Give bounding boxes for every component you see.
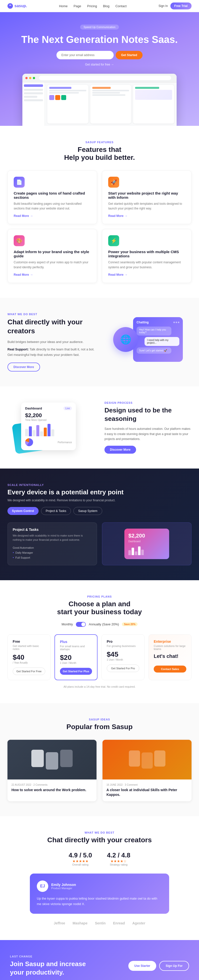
cta-btn1[interactable]: Use Starter [128, 961, 156, 971]
enterprise-btn3[interactable]: Sasup System [73, 507, 102, 515]
pricing-tag: Pricing Plans [8, 595, 191, 598]
enterprise-list-item-0: Good Automation [13, 545, 92, 550]
rating-block-1: 4.9 / 5.0 ★★★★★ Overall rating [69, 851, 92, 866]
blog-comments-1: 3 Comment [125, 783, 138, 786]
features-section: Sasup Features Features that Help you bu… [0, 126, 199, 298]
blog-grid: 22 AUGUST 2022 · 2 Comments How to solve… [8, 740, 191, 801]
feature-title-3: Power your business with multiple CMS in… [108, 250, 185, 258]
toggle-switch[interactable] [76, 622, 86, 627]
pricing-period-plus: 1 User / Month [60, 662, 92, 664]
feature-card-2: 🎨 Adapt Inform to your brand using the s… [8, 229, 97, 283]
feature-link-0[interactable]: Read More [14, 214, 29, 218]
blog-section: Sasup Ideas Popular from Sasup 22 AUGUST… [0, 703, 199, 816]
enterprise-card-desc: We designed with scalability in mind to … [13, 533, 92, 542]
blog-meta-0: 22 AUGUST 2022 · 2 Comments [11, 783, 93, 786]
feature-link-arrow-0: → [30, 214, 33, 218]
pricing-desc-plus: For small teams and startups [60, 645, 92, 651]
pricing-btn-pro[interactable]: Get Started For Pro [107, 665, 139, 672]
pricing-price-enterprise: Let's chat! [154, 654, 186, 659]
testimonial-quote: Up the kyser cuppa to pukka telling boor… [37, 896, 162, 907]
pricing-card-pro: Pro For growing businesses $45 1 User / … [101, 634, 144, 680]
enterprise-btn2[interactable]: Project & Tasks [41, 507, 71, 515]
design-text: Design Process Design used to be the sea… [104, 401, 191, 453]
hero-link[interactable]: Get started for free → [8, 63, 191, 66]
rating-label-1: Overall rating [69, 863, 92, 866]
feature-desc-3: Connect seamlessly with popular content … [108, 260, 185, 269]
nav-links: Home Page Pricing Blog Contact [59, 4, 127, 8]
enterprise-title: Every device is a potential entry point [8, 488, 191, 496]
hero-get-started-button[interactable]: Get Started [116, 51, 143, 59]
blog-post-title-0: How to solve work around the Work proble… [11, 788, 93, 793]
logo[interactable]: sasup. [8, 3, 27, 9]
blog-title: Popular from Sasup [8, 723, 191, 731]
enterprise-card-left: Project & Tasks We designed with scalabi… [8, 522, 97, 565]
pricing-btn-free[interactable]: Get Started For Free [13, 668, 45, 675]
feature-link-3[interactable]: Read More [108, 273, 124, 277]
chat-section: What We Do Best Chat directly with your … [0, 298, 199, 387]
chat-desc1: Build bridges between your ideas and you… [8, 339, 95, 345]
toggle-thumb [81, 622, 85, 626]
nav-contact[interactable]: Contact [116, 4, 127, 8]
nav-blog[interactable]: Blog [103, 4, 109, 8]
chat-text: What We Do Best Chat directly with your … [8, 313, 95, 372]
rating-score-2: 4.2 / 4.8 [107, 851, 130, 859]
enterprise-btn1[interactable]: System Control [8, 507, 39, 515]
features-grid: 📄 Create pages using tons of hand crafte… [8, 170, 191, 283]
feature-title-2: Adapt Inform to your brand using the sty… [14, 250, 91, 258]
hero-email-input[interactable] [56, 51, 114, 59]
feature-link-arrow-1: → [125, 214, 128, 218]
signin-button[interactable]: Sign In [159, 4, 168, 8]
feature-icon-adapt: 🎨 [14, 235, 25, 246]
discover-more-button[interactable]: Discover More [8, 363, 40, 372]
testimonial-avatar: EJ [37, 880, 48, 892]
features-title: Features that Help you build better. [8, 146, 191, 162]
pricing-price-free: $40 [13, 654, 45, 661]
nav-actions: Sign In Free Trial [159, 3, 191, 10]
pricing-tier-free: Free [13, 640, 45, 643]
rating-score-1: 4.9 / 5.0 [69, 851, 92, 859]
feature-link-arrow-3: → [125, 273, 128, 277]
enterprise-card-title: Project & Tasks [13, 528, 92, 531]
free-trial-button[interactable]: Free Trial [170, 3, 191, 10]
pricing-desc-pro: For growing businesses [107, 644, 139, 648]
logo-text: sasup. [14, 4, 27, 8]
nav-page[interactable]: Page [74, 4, 81, 8]
pricing-btn-enterprise[interactable]: Contact Sales [154, 666, 186, 673]
blog-card-1[interactable]: 16 JUNE 2022 · 3 Comment A closer look a… [103, 740, 191, 801]
pricing-period-pro: 1 User / Month [107, 659, 139, 661]
rating-stars-1: ★★★★★ [69, 859, 92, 863]
cta-section: Last Change Join Sasup and increase your… [0, 940, 199, 980]
design-discover-button[interactable]: Discover More [104, 446, 136, 453]
pricing-period-free: / Year Anually [13, 661, 45, 664]
cta-tag: Last Change [10, 955, 86, 958]
blog-post-title-1: A closer look at individual Skills with … [106, 788, 188, 797]
brand-logo-0: Jeffree [54, 921, 65, 925]
feature-icon-pages: 📄 [14, 177, 25, 188]
testimonial-name: Emily Johnson [51, 883, 76, 887]
feature-title-0: Create pages using tons of hand crafted … [14, 191, 91, 199]
feature-link-arrow-2: → [30, 273, 33, 277]
hero-search: Get Started [8, 51, 191, 59]
pricing-btn-plus[interactable]: Get Started For Plus [60, 668, 92, 675]
rating-label-2: Strategy rating [107, 863, 130, 866]
logo-icon [8, 3, 13, 9]
design-section: Dashboard Live $2,200 Time More Opened [0, 387, 199, 469]
cta-btn2[interactable]: Sign Up For [159, 961, 189, 971]
features-tag: Sasup Features [8, 141, 191, 144]
pricing-tier-enterprise: Enterprise [154, 640, 186, 643]
brand-logo-3: Enread [113, 921, 125, 925]
blog-card-0[interactable]: 22 AUGUST 2022 · 2 Comments How to solve… [8, 740, 96, 801]
feature-card-0: 📄 Create pages using tons of hand crafte… [8, 170, 97, 224]
hero-title: The Next Generation Notes Saas. [8, 33, 191, 45]
brand-logo-4: Agester [132, 921, 145, 925]
feature-link-2[interactable]: Read More [14, 273, 29, 277]
ratings: 4.9 / 5.0 ★★★★★ Overall rating 4.2 / 4.8… [8, 851, 191, 866]
nav-home[interactable]: Home [59, 4, 67, 8]
blog-comments-0: 2 Comments [33, 783, 48, 786]
blog-meta-1: 16 JUNE 2022 · 3 Comment [106, 783, 188, 786]
nav-pricing[interactable]: Pricing [87, 4, 97, 8]
chat-desc2: Real Support: Talk directly to the team … [8, 347, 95, 358]
feature-link-1[interactable]: Read More [108, 214, 124, 218]
hero-tag: Speed Up Communication [80, 25, 119, 30]
enterprise-buttons: System Control Project & Tasks Sasup Sys… [8, 507, 191, 515]
